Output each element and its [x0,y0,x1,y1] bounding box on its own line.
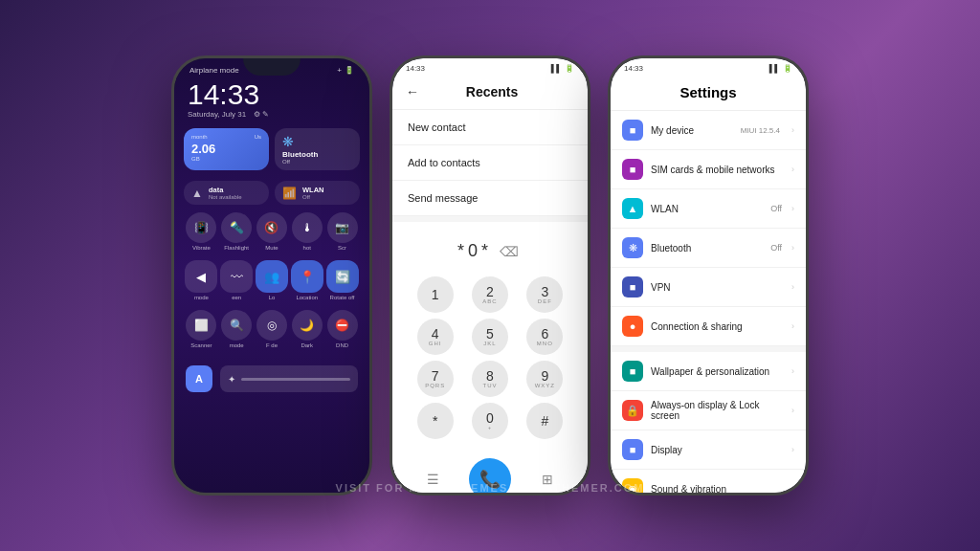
p2-status-icons: ▌▌ 🔋 [551,64,574,73]
my-device-icon: ■ [622,120,643,141]
key-9[interactable]: 9WXYZ [526,361,563,397]
key-6[interactable]: 6MNO [526,319,563,355]
signal-icon: ▲ [191,187,203,200]
keypad-row-2: 4GHI 5JKL 6MNO [408,319,572,355]
keypad-row-3: 7PQRS 8TUV 9WXYZ [408,361,572,397]
quick-flashlight[interactable]: 🔦 Flashlight [221,212,252,251]
p1-action-row: ◀ mode 〰 een 👥 Lo 📍 Location 🔄 Rotate of… [174,254,369,306]
p3-time: 14:33 [624,64,643,73]
key-hash[interactable]: # [526,403,563,439]
quick-hot[interactable]: 🌡 hot [292,212,323,251]
quick-dark[interactable]: 🌙 Dark [292,310,323,348]
connection-label: Connection & sharing [651,321,784,332]
p1-battery-icon: 🔋 [345,66,354,75]
phone-3: 14:33 ▌▌ 🔋 Settings ■ My device MIUI 12.… [608,55,809,496]
bluetooth-settings-value: Off [770,243,782,253]
bluetooth-icon: ❋ [282,134,352,149]
settings-my-device[interactable]: ■ My device MIUI 12.5.4 › [611,111,806,150]
settings-vpn[interactable]: ■ VPN › [611,268,806,307]
key-5[interactable]: 5JKL [472,319,508,355]
settings-wallpaper[interactable]: ■ Wallpaper & personalization › [611,352,806,391]
bluetooth-status: Off [282,159,352,165]
phone1-screen: Airplane mode + 🔋 14:33 Saturday, July 3… [174,58,369,493]
back-button[interactable]: ← [406,84,419,99]
p3-page-title: Settings [611,78,806,111]
quick-mode2[interactable]: 🔍 mode [221,310,252,348]
mode2-icon: 🔍 [221,310,252,341]
key-4[interactable]: 4GHI [417,319,454,355]
delete-button[interactable]: ⌫ [500,244,523,259]
action-rotate[interactable]: 🔄 Rotate off [326,260,359,300]
quick-focus[interactable]: ◎ F de [256,310,287,348]
p1-quick-buttons: 📳 Vibrate 🔦 Flashlight 🔇 Mute 🌡 hot 📷 Sc… [174,205,369,254]
p3-signal-icon: ▌▌ [769,64,780,73]
p2-battery-icon: 🔋 [565,64,574,73]
bluetooth-settings-icon: ❋ [622,237,643,258]
key-star[interactable]: * [417,403,454,439]
p2-title: Recents [429,84,555,99]
keypad-row-4: * 0+ # [408,403,572,439]
action-mode[interactable]: ◀ mode [185,260,217,300]
chevron-icon-8: › [791,445,794,454]
key-7[interactable]: 7PQRS [417,361,454,397]
settings-display[interactable]: ■ Display › [611,430,806,470]
mode-icon: ◀ [185,260,217,293]
brightness-slider[interactable]: ✦ [220,365,358,392]
p1-data-card[interactable]: month Us 2.06 GB [184,128,269,170]
my-device-label: My device [651,125,733,136]
settings-wlan[interactable]: ▲ WLAN Off › [611,189,806,229]
p1-bluetooth-card[interactable]: ❋ Bluetooth Off [275,128,360,170]
action-screen[interactable]: 〰 een [220,260,253,300]
scanner-icon: ⬜ [186,310,216,341]
dark-icon: 🌙 [292,310,323,341]
phone2-screen: 14:33 ▌▌ 🔋 ← Recents New contact Add to … [392,58,588,493]
p2-header: ← Recents [392,78,588,110]
chevron-icon-4: › [791,282,794,292]
aod-icon: 🔒 [622,400,643,421]
wlan-icon: 📶 [282,187,297,200]
p1-time-block: 14:33 Saturday, July 31 ⚙ ✎ [174,77,369,122]
vpn-label: VPN [651,282,784,293]
chevron-icon-7: › [791,406,794,415]
screen-icon: 〰 [220,260,253,293]
connection-icon: ● [622,316,643,337]
key-0[interactable]: 0+ [472,403,508,439]
chevron-icon-2: › [791,204,794,213]
settings-connection-sharing[interactable]: ● Connection & sharing › [611,307,806,346]
settings-aod[interactable]: 🔒 Always-on display & Lock screen › [611,391,806,430]
quick-scanner[interactable]: ⬜ Scanner [186,310,216,348]
key-8[interactable]: 8TUV [472,361,508,397]
p2-dialer-area: *0* ⌫ 1 2ABC 3DEF 4GHI 5JKL 6MNO 7PQRS 8… [392,222,588,493]
key-1[interactable]: 1 [417,276,454,313]
quick-dnd[interactable]: ⛔ DND [327,310,358,348]
wallpaper-label: Wallpaper & personalization [651,366,784,377]
p2-menu-list: New contact Add to contacts Send message [392,110,588,216]
menu-new-contact[interactable]: New contact [392,110,588,145]
menu-send-message[interactable]: Send message [392,181,588,216]
quick-vibrate[interactable]: 📳 Vibrate [186,212,216,251]
p1-status-icons: + 🔋 [337,66,354,75]
p1-wlan-card[interactable]: 📶 WLAN Off [275,181,360,205]
p1-second-quick-row: ⬜ Scanner 🔍 mode ◎ F de 🌙 Dark ⛔ DND [174,306,369,354]
p1-edit-icon: ⚙ ✎ [254,110,269,119]
key-2[interactable]: 2ABC [472,276,508,313]
p1-avatar[interactable]: A [186,365,212,392]
p1-data-network[interactable]: ▲ data Not available [184,181,269,205]
p1-network-row: ▲ data Not available 📶 WLAN Off [174,181,369,205]
key-3[interactable]: 3DEF [526,276,563,313]
settings-bluetooth[interactable]: ❋ Bluetooth Off › [611,229,806,268]
settings-sim[interactable]: ■ SIM cards & mobile networks › [611,150,806,189]
p1-date: Saturday, July 31 ⚙ ✎ [188,110,356,119]
quick-screenshot[interactable]: 📷 Scr [327,212,358,251]
lock-icon: 👥 [256,260,288,293]
menu-add-contacts[interactable]: Add to contacts [392,145,588,181]
phone-2: 14:33 ▌▌ 🔋 ← Recents New contact Add to … [390,55,590,496]
action-lock[interactable]: 👥 Lo [256,260,288,300]
data-unit: GB [191,156,261,162]
mute-icon: 🔇 [256,212,287,243]
p2-keypad: 1 2ABC 3DEF 4GHI 5JKL 6MNO 7PQRS 8TUV 9W… [392,271,588,451]
watermark: VISIT FOR MORE THEMES - MIUITHEMER.COM [336,482,645,494]
wlan-info: WLAN Off [302,186,324,200]
action-location[interactable]: 📍 Location [291,260,323,300]
quick-mute[interactable]: 🔇 Mute [256,212,287,251]
